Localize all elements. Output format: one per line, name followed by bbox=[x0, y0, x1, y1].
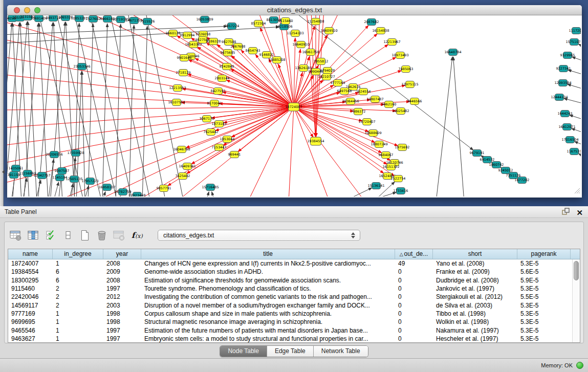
table-cell[interactable]: 9463627 bbox=[8, 335, 53, 343]
table-panel-header[interactable]: Table Panel ✕ bbox=[0, 206, 588, 218]
network-edge[interactable] bbox=[294, 73, 302, 107]
table-cell[interactable]: Dudbridge et al. (2008) bbox=[433, 276, 517, 285]
network-edge[interactable] bbox=[294, 107, 382, 153]
column-header-pagerank[interactable]: pagerank bbox=[517, 249, 571, 259]
table-cell[interactable]: 1 bbox=[53, 318, 103, 326]
collapse-arrow-icon[interactable] bbox=[0, 170, 5, 174]
table-row[interactable]: 1456911722003Disruption of a novel membe… bbox=[8, 301, 580, 310]
table-row[interactable]: 969969511998Structural magnetic resonanc… bbox=[8, 318, 580, 326]
side-panel-handle[interactable] bbox=[0, 0, 4, 206]
table-cell[interactable]: 6 bbox=[53, 268, 103, 276]
hide-columns-icon[interactable] bbox=[62, 229, 74, 242]
network-edge[interactable] bbox=[453, 57, 464, 196]
network-edge[interactable] bbox=[188, 60, 294, 107]
table-cell[interactable]: 5.6E-5 bbox=[517, 268, 571, 276]
float-window-icon[interactable] bbox=[562, 208, 570, 217]
table-cell[interactable]: 5.5E-5 bbox=[517, 293, 571, 301]
table-row[interactable]: 1872400712008Changes of HCN gene express… bbox=[8, 259, 580, 268]
table-cell[interactable]: 0 bbox=[395, 285, 433, 293]
table-cell[interactable]: 18300295 bbox=[8, 276, 53, 285]
table-cell[interactable]: 49 bbox=[395, 259, 433, 268]
table-cell[interactable]: 9777169 bbox=[8, 310, 53, 318]
table-cell[interactable]: Wolkin et al. (1998) bbox=[433, 318, 517, 326]
network-edge[interactable] bbox=[212, 192, 215, 196]
network-edge[interactable] bbox=[102, 24, 107, 196]
table-cell[interactable]: 0 bbox=[395, 268, 433, 276]
network-edge[interactable] bbox=[129, 25, 134, 196]
table-cell[interactable]: 9115460 bbox=[8, 285, 53, 293]
table-cell[interactable]: 14569117 bbox=[8, 301, 53, 310]
table-cell[interactable]: 1 bbox=[53, 310, 103, 318]
delete-table-icon[interactable] bbox=[96, 229, 107, 242]
column-header-title[interactable]: title bbox=[141, 249, 395, 259]
network-edge[interactable] bbox=[570, 115, 581, 122]
table-cell[interactable]: Stergiakouli et al. (2012) bbox=[433, 293, 517, 301]
table-cell[interactable]: 0 bbox=[395, 301, 433, 310]
table-cell[interactable]: 1 bbox=[53, 326, 103, 335]
network-edge[interactable] bbox=[188, 74, 294, 107]
table-cell[interactable]: 2008 bbox=[103, 276, 141, 285]
table-cell[interactable]: Embryonic stem cells: a model to study s… bbox=[141, 335, 395, 343]
tab-network-table[interactable]: Network Table bbox=[314, 346, 368, 357]
network-edge[interactable] bbox=[572, 57, 581, 63]
table-cell[interactable]: 5.9E-5 bbox=[517, 276, 571, 285]
table-cell[interactable]: 5.3E-5 bbox=[517, 301, 571, 310]
show-columns-icon[interactable] bbox=[28, 229, 40, 242]
table-cell[interactable]: 5.3E-5 bbox=[517, 259, 571, 268]
table-cell[interactable]: 1997 bbox=[103, 285, 141, 293]
table-cell[interactable]: Estimation of the future numbers of pati… bbox=[141, 326, 395, 335]
table-cell[interactable]: 1 bbox=[53, 335, 103, 343]
table-cell[interactable]: Nakamura et al. (1997) bbox=[433, 326, 517, 335]
close-window-icon[interactable] bbox=[14, 7, 20, 13]
table-cell[interactable]: 9699695 bbox=[8, 318, 53, 326]
table-cell[interactable]: 1997 bbox=[103, 335, 141, 343]
table-cell[interactable]: 2 bbox=[53, 301, 103, 310]
table-cell[interactable]: de Silva et al. (2003) bbox=[433, 301, 517, 310]
network-edge[interactable] bbox=[568, 84, 581, 91]
table-cell[interactable]: Tibbo et al. (1998) bbox=[433, 310, 517, 318]
network-edge[interactable] bbox=[248, 107, 294, 196]
table-scrollbar-thumb[interactable] bbox=[574, 261, 579, 280]
table-row[interactable]: 1830029562008Estimation of significance … bbox=[8, 276, 580, 285]
table-cell[interactable]: Structural magnetic resonance image aver… bbox=[141, 318, 395, 326]
network-edge[interactable] bbox=[88, 24, 93, 196]
table-cell[interactable]: 1998 bbox=[103, 310, 141, 318]
network-edge[interactable] bbox=[568, 70, 581, 77]
table-cell[interactable]: 1998 bbox=[103, 318, 141, 326]
table-cell[interactable]: 5.3E-5 bbox=[517, 335, 571, 343]
network-edge[interactable] bbox=[231, 69, 294, 107]
table-cell[interactable]: 2008 bbox=[103, 259, 141, 268]
table-cell[interactable]: 5.3E-5 bbox=[517, 318, 571, 326]
table-cell[interactable]: Disruption of a novel member of a sodium… bbox=[141, 301, 395, 310]
network-window[interactable]: citations_edges.txt 94055742055717113159… bbox=[7, 5, 582, 198]
table-cell[interactable]: 5.3E-5 bbox=[517, 310, 571, 318]
column-header-out_de[interactable]: △out_de... bbox=[395, 249, 433, 259]
table-row[interactable]: 977716911998Corpus callosum shape and si… bbox=[8, 310, 580, 318]
network-edge[interactable] bbox=[206, 192, 209, 196]
table-row[interactable]: 946554611997Estimation of the future num… bbox=[8, 326, 580, 335]
function-builder-icon[interactable]: f (x) bbox=[131, 229, 145, 242]
table-row[interactable]: 911546021997Tourette syndrome. Phenomeno… bbox=[8, 285, 580, 293]
table-cell[interactable]: 2009 bbox=[103, 268, 141, 276]
table-cell[interactable]: Jankovic et al. (1997) bbox=[433, 285, 517, 293]
network-edge[interactable] bbox=[294, 15, 473, 150]
network-edge[interactable] bbox=[84, 15, 294, 107]
table-cell[interactable]: 0 bbox=[395, 276, 433, 285]
table-cell[interactable]: 0 bbox=[395, 335, 433, 343]
network-edge[interactable] bbox=[436, 57, 452, 196]
column-header-in_degree[interactable]: in_degree bbox=[53, 249, 103, 259]
table-row[interactable]: 946362711997Embryonic stem cells: a mode… bbox=[8, 335, 580, 343]
table-cell[interactable]: 2 bbox=[53, 293, 103, 301]
table-scrollbar[interactable] bbox=[572, 259, 580, 342]
network-edge[interactable] bbox=[289, 107, 294, 196]
table-cell[interactable]: 0 bbox=[395, 293, 433, 301]
resize-grip[interactable] bbox=[574, 187, 580, 196]
tab-edge-table[interactable]: Edge Table bbox=[267, 346, 314, 357]
table-cell[interactable]: 2012 bbox=[103, 293, 141, 301]
table-row[interactable]: 1938455462009Genome-wide association stu… bbox=[8, 268, 580, 276]
table-cell[interactable]: 5.3E-5 bbox=[517, 285, 571, 293]
memory-status-indicator[interactable] bbox=[576, 362, 583, 369]
network-edge[interactable] bbox=[7, 107, 294, 184]
network-edge[interactable] bbox=[572, 128, 581, 135]
table-cell[interactable]: Yano et al. (2008) bbox=[433, 259, 517, 268]
